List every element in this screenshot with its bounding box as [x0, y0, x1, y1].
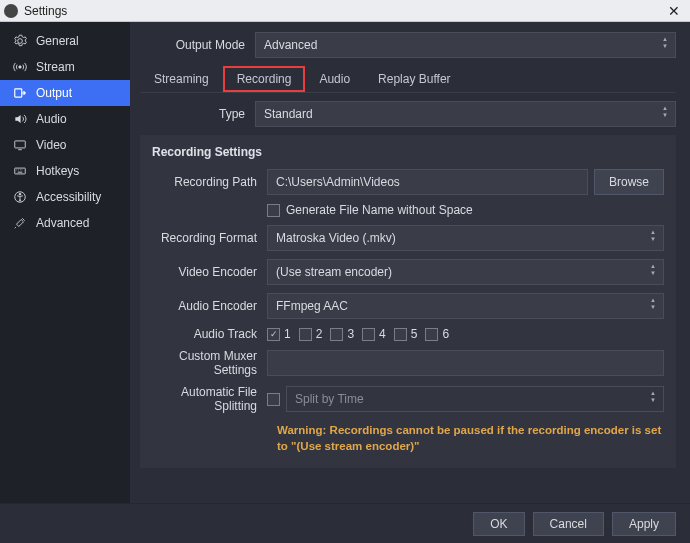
- accessibility-icon: [12, 190, 28, 204]
- track-label: 1: [284, 327, 291, 341]
- titlebar: Settings ✕: [0, 0, 690, 22]
- content: Output Mode Advanced ▲▼ Streaming Record…: [130, 22, 690, 503]
- output-mode-value: Advanced: [264, 38, 317, 52]
- sidebar-item-audio[interactable]: Audio: [0, 106, 130, 132]
- audio-encoder-select[interactable]: FFmpeg AAC ▲▼: [267, 293, 664, 319]
- track-1-checkbox[interactable]: ✓: [267, 328, 280, 341]
- auto-split-checkbox[interactable]: [267, 393, 280, 406]
- recording-path-value: C:\Users\Admin\Videos: [276, 175, 400, 189]
- browse-button[interactable]: Browse: [594, 169, 664, 195]
- spinner-icon: ▲▼: [647, 229, 659, 242]
- sidebar-item-video[interactable]: Video: [0, 132, 130, 158]
- auto-split-value: Split by Time: [295, 392, 364, 406]
- sidebar-item-accessibility[interactable]: Accessibility: [0, 184, 130, 210]
- track-6-checkbox[interactable]: [425, 328, 438, 341]
- audio-encoder-value: FFmpeg AAC: [276, 299, 348, 313]
- close-icon[interactable]: ✕: [662, 3, 686, 19]
- sidebar-item-label: Advanced: [36, 216, 89, 230]
- video-encoder-select[interactable]: (Use stream encoder) ▲▼: [267, 259, 664, 285]
- track-5-checkbox[interactable]: [394, 328, 407, 341]
- tab-streaming[interactable]: Streaming: [140, 66, 223, 92]
- auto-split-label: Automatic File Splitting: [152, 385, 267, 413]
- type-value: Standard: [264, 107, 313, 121]
- sidebar-item-label: Output: [36, 86, 72, 100]
- svg-rect-1: [15, 89, 22, 97]
- sidebar-item-label: Hotkeys: [36, 164, 79, 178]
- sidebar-item-label: Stream: [36, 60, 75, 74]
- broadcast-icon: [12, 60, 28, 74]
- tabs: Streaming Recording Audio Replay Buffer: [140, 66, 676, 93]
- auto-split-select[interactable]: Split by Time ▲▼: [286, 386, 664, 412]
- sidebar-item-advanced[interactable]: Advanced: [0, 210, 130, 236]
- ok-button[interactable]: OK: [473, 512, 524, 536]
- keyboard-icon: [12, 164, 28, 178]
- track-label: 5: [411, 327, 418, 341]
- spinner-icon: ▲▼: [647, 297, 659, 310]
- window-title: Settings: [24, 4, 662, 18]
- svg-rect-3: [15, 168, 26, 174]
- recording-path-label: Recording Path: [152, 175, 267, 189]
- svg-rect-2: [15, 141, 26, 148]
- tab-audio[interactable]: Audio: [305, 66, 364, 92]
- gen-filename-checkbox[interactable]: [267, 204, 280, 217]
- sidebar-item-label: Audio: [36, 112, 67, 126]
- audio-encoder-label: Audio Encoder: [152, 299, 267, 313]
- track-label: 4: [379, 327, 386, 341]
- warning-text: Warning: Recordings cannot be paused if …: [277, 423, 664, 454]
- audio-track-label: Audio Track: [152, 327, 267, 341]
- sidebar-item-hotkeys[interactable]: Hotkeys: [0, 158, 130, 184]
- type-select[interactable]: Standard ▲▼: [255, 101, 676, 127]
- video-encoder-label: Video Encoder: [152, 265, 267, 279]
- audio-track-group: ✓1 2 3 4 5 6: [267, 327, 664, 341]
- display-icon: [12, 138, 28, 152]
- output-mode-select[interactable]: Advanced ▲▼: [255, 32, 676, 58]
- spinner-icon: ▲▼: [647, 263, 659, 276]
- output-mode-label: Output Mode: [140, 38, 255, 52]
- recording-format-value: Matroska Video (.mkv): [276, 231, 396, 245]
- sidebar-item-label: General: [36, 34, 79, 48]
- footer: OK Cancel Apply: [0, 503, 690, 543]
- sidebar-item-output[interactable]: Output: [0, 80, 130, 106]
- panel-title: Recording Settings: [152, 145, 664, 159]
- output-icon: [12, 86, 28, 100]
- custom-muxer-input[interactable]: [267, 350, 664, 376]
- video-encoder-value: (Use stream encoder): [276, 265, 392, 279]
- spinner-icon: ▲▼: [659, 105, 671, 118]
- track-2-checkbox[interactable]: [299, 328, 312, 341]
- tools-icon: [12, 216, 28, 230]
- app-icon: [4, 4, 18, 18]
- recording-format-label: Recording Format: [152, 231, 267, 245]
- recording-path-input[interactable]: C:\Users\Admin\Videos: [267, 169, 588, 195]
- svg-point-5: [19, 193, 21, 195]
- track-3-checkbox[interactable]: [330, 328, 343, 341]
- tab-replay-buffer[interactable]: Replay Buffer: [364, 66, 465, 92]
- recording-settings-panel: Recording Settings Recording Path C:\Use…: [140, 135, 676, 468]
- track-label: 6: [442, 327, 449, 341]
- sidebar-item-general[interactable]: General: [0, 28, 130, 54]
- sidebar-item-stream[interactable]: Stream: [0, 54, 130, 80]
- tab-recording[interactable]: Recording: [223, 66, 306, 92]
- sidebar-item-label: Accessibility: [36, 190, 101, 204]
- track-4-checkbox[interactable]: [362, 328, 375, 341]
- gear-icon: [12, 34, 28, 48]
- speaker-icon: [12, 112, 28, 126]
- custom-muxer-label: Custom Muxer Settings: [152, 349, 267, 377]
- track-label: 3: [347, 327, 354, 341]
- recording-format-select[interactable]: Matroska Video (.mkv) ▲▼: [267, 225, 664, 251]
- sidebar-item-label: Video: [36, 138, 66, 152]
- svg-point-0: [19, 66, 21, 68]
- apply-button[interactable]: Apply: [612, 512, 676, 536]
- gen-filename-label: Generate File Name without Space: [286, 203, 473, 217]
- sidebar: General Stream Output Audio Video Hotkey…: [0, 22, 130, 503]
- spinner-icon: ▲▼: [659, 36, 671, 49]
- spinner-icon: ▲▼: [647, 390, 659, 403]
- cancel-button[interactable]: Cancel: [533, 512, 604, 536]
- track-label: 2: [316, 327, 323, 341]
- type-label: Type: [140, 107, 255, 121]
